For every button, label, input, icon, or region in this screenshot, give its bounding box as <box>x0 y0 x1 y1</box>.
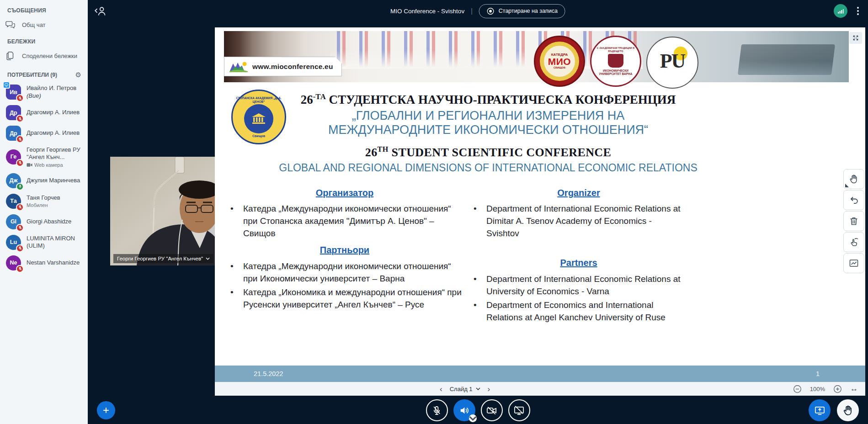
user-info: Драгомир А. Илиев <box>27 109 80 116</box>
minus-circle-icon <box>793 385 802 393</box>
zoom-out-button[interactable] <box>793 385 802 393</box>
clear-annotations-button[interactable] <box>843 211 864 231</box>
title-separator: | <box>471 7 473 15</box>
screenshare-badge-icon <box>3 81 10 89</box>
manage-users-gear-icon[interactable]: ⚙ <box>75 71 81 78</box>
webcam-user-label[interactable]: Георги Георгиев РУ "Ангел Кънчев" <box>113 254 213 263</box>
audio-button[interactable] <box>453 399 475 421</box>
record-icon <box>487 7 495 15</box>
slide-date: 21.5.2022 <box>254 370 283 377</box>
avatar-initials: Дж <box>10 177 18 184</box>
slide-column-english: Organizer •Department of International E… <box>471 186 687 325</box>
bullet-item: •Department of Economics and Internation… <box>471 299 687 324</box>
user-name: Джулия Маринчева <box>27 177 80 184</box>
previous-slide-button[interactable]: ‹ <box>438 385 444 393</box>
minimize-presentation-button[interactable] <box>809 399 831 421</box>
user-list-item[interactable]: Др Драгомир А. Илиев <box>0 123 88 143</box>
presentation-fullscreen-button[interactable] <box>849 32 862 44</box>
muted-mic-badge-icon <box>16 135 24 143</box>
slide-title-english: 26TH STUDENT SCIENTIFIC CONFERENCE <box>287 145 689 159</box>
unmuted-mic-badge-icon <box>16 183 24 191</box>
user-info: Таня Горчев Мобилен <box>27 194 60 208</box>
fit-width-button[interactable]: ↔ <box>850 384 858 393</box>
audio-options-chevron[interactable] <box>469 414 477 422</box>
actions-button[interactable] <box>97 401 115 419</box>
mio-website-url: www.mioconference.eu <box>252 63 333 71</box>
user-list-item[interactable]: Та Таня Горчев Мобилен <box>0 191 88 212</box>
slide-page-number: 1 <box>816 370 820 377</box>
raise-hand-button[interactable] <box>837 399 859 421</box>
muted-mic-badge-icon <box>16 159 24 167</box>
user-name: LUMINITA MIRON (ULIM) <box>27 235 88 250</box>
user-list-item[interactable]: Lu LUMINITA MIRON (ULIM) <box>0 232 88 253</box>
zoom-in-button[interactable] <box>833 385 842 393</box>
plus-circle-icon <box>833 385 842 393</box>
next-slide-button[interactable]: › <box>486 385 492 393</box>
raise-hand-icon <box>842 404 854 417</box>
slide-footer-bar: 21.5.2022 1 <box>215 366 865 382</box>
user-list-item[interactable]: Др Драгомир А. Илиев <box>0 102 88 123</box>
options-menu-button[interactable] <box>854 5 862 17</box>
presentation-toolbar: ‹ Слайд 1 › 100% ↔ <box>215 382 865 396</box>
user-name: Драгомир А. Илиев <box>27 109 80 116</box>
top-bar: MIO Conference - Svishtov | Стартиране н… <box>88 0 868 22</box>
start-recording-button[interactable]: Стартиране на записа <box>479 4 565 18</box>
bullet-item: •Катедра „Международни икономически отно… <box>228 260 462 285</box>
hand-tool-button[interactable] <box>843 169 864 189</box>
avatar-initials: Др <box>10 130 17 137</box>
bullet-item: •Department of International Economic Re… <box>471 203 687 240</box>
sidebar: СЪОБЩЕНИЯ Общ чат БЕЛЕЖКИ Споделени беле… <box>0 0 88 424</box>
screenshare-button[interactable] <box>508 399 530 421</box>
undo-annotation-button[interactable] <box>843 190 864 210</box>
user-list-item[interactable]: Gl Giorgi Abashidze <box>0 212 88 232</box>
muted-mic-badge-icon <box>16 224 24 232</box>
shared-notes-item[interactable]: Споделени бележки <box>0 48 88 64</box>
partners-heading-bg: Партньори <box>228 244 462 256</box>
organizer-heading-en: Organizer <box>471 186 687 199</box>
webcam-button[interactable] <box>481 399 503 421</box>
slide-subtitle-bulgarian: „ГЛОБАЛНИ И РЕГИОНАЛНИ ИЗМЕРЕНИЯ НА МЕЖД… <box>287 109 689 137</box>
public-chat-item[interactable]: Общ чат <box>0 16 88 33</box>
avatar-initials: Lu <box>10 239 17 245</box>
undo-icon <box>848 195 859 206</box>
public-chat-label: Общ чат <box>22 21 46 28</box>
ruse-university-logo: РU <box>646 37 698 89</box>
presentation-area: www.mioconference.eu КАТЕДРА МИО СВИЩОВ … <box>215 27 865 382</box>
users-header: ПОТРЕБИТЕЛИ (9) <box>7 72 57 78</box>
meeting-app: СЪОБЩЕНИЯ Общ чат БЕЛЕЖКИ Споделени беле… <box>0 0 868 424</box>
connection-status-icon[interactable] <box>834 4 847 18</box>
mute-button[interactable] <box>426 399 448 421</box>
mio-website-label: www.mioconference.eu <box>224 57 342 76</box>
messages-header: СЪОБЩЕНИЯ <box>7 7 88 14</box>
avatar: Дж <box>6 173 21 188</box>
tsenov-academy-logo: СТОПАНСКА АКАДЕМИЯ „Д. А. ЦЕНОВ“ Свищов <box>231 90 286 144</box>
user-device-label: Мобилен <box>27 202 60 208</box>
avatar: Ne <box>6 255 21 270</box>
chat-icon <box>5 20 16 30</box>
avatar: Ге <box>6 149 21 164</box>
presentation-icon <box>814 404 826 417</box>
user-you-suffix: (Вие) <box>27 92 41 99</box>
user-name: Nestan Varshanidze <box>27 259 80 266</box>
user-list-item[interactable]: Ив Ивайло И. Петров (Вие) <box>0 82 88 102</box>
chevron-down-icon <box>476 387 480 390</box>
toggle-userlist-button[interactable] <box>93 5 108 17</box>
chart-tool-button[interactable] <box>843 253 864 273</box>
user-info: Георги Георгиев РУ "Ангел Кънч... Web ка… <box>27 146 88 168</box>
avatar-initials: Та <box>10 198 16 204</box>
user-list-item[interactable]: Ге Георги Георгиев РУ "Ангел Кънч... Web… <box>0 143 88 170</box>
corner-actions <box>809 399 859 421</box>
slide-subtitle-english: GLOBAL AND REGIONAL DIMENSIONS OF INTERN… <box>273 162 703 174</box>
muted-mic-badge-icon <box>16 244 24 252</box>
slide-select-dropdown[interactable]: Слайд 1 <box>450 386 480 392</box>
shared-notes-label: Споделени бележки <box>22 53 77 59</box>
user-info: Джулия Маринчева <box>27 177 80 184</box>
slide-column-bulgarian: Организатор •Катедра „Международни иконо… <box>228 186 462 313</box>
start-recording-label: Стартиране на записа <box>499 8 558 14</box>
multi-user-whiteboard-button[interactable] <box>843 232 864 252</box>
bullet-item: •Department of International Economic Re… <box>471 273 687 298</box>
user-list-item[interactable]: Ne Nestan Varshanidze <box>0 253 88 273</box>
user-name: Драгомир А. Илиев <box>27 129 80 137</box>
user-list-item[interactable]: Дж Джулия Маринчева <box>0 170 88 191</box>
bullet-item: •Катедра „Икономика и международни отнош… <box>228 286 462 311</box>
